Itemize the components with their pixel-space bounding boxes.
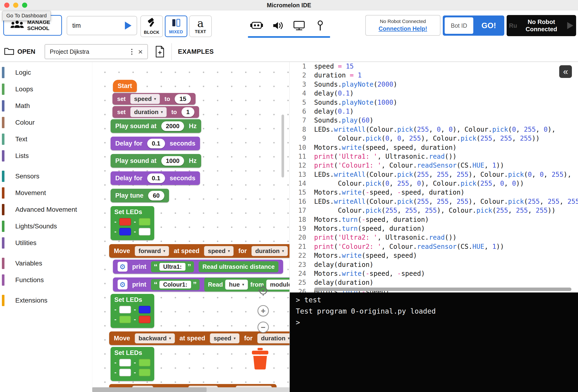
- led-colour-chip[interactable]: [119, 228, 131, 236]
- led-colour-chip[interactable]: [119, 218, 131, 226]
- variable-dropdown[interactable]: speed▾: [130, 94, 160, 104]
- mode-button-text[interactable]: a TEXT: [189, 15, 212, 37]
- text-string-input[interactable]: Ultra1:: [159, 263, 186, 271]
- led-colour-chip[interactable]: [119, 316, 131, 323]
- speaker-button[interactable]: [271, 19, 285, 32]
- number-input[interactable]: 15: [175, 94, 191, 104]
- sidebar-item-extensions[interactable]: Extensions: [2, 294, 92, 307]
- sidebar-item-math[interactable]: Math: [2, 99, 92, 113]
- block-play-sound-2000[interactable]: Play sound at 2000 Hz: [111, 119, 201, 133]
- number-input[interactable]: 0.1: [147, 173, 165, 183]
- tab-close-icon[interactable]: ×: [138, 48, 143, 56]
- mode-button-mixed[interactable]: MIXED: [165, 15, 187, 37]
- read-colour-block[interactable]: Read hue▾ from module 1▾: [204, 278, 289, 292]
- code-line: 17 Colour.pick(255, 255, 255), Colour.pi…: [290, 206, 578, 215]
- project-tab[interactable]: Project Dijkstra ×: [45, 44, 148, 59]
- sidebar-item-text[interactable]: Text: [2, 132, 92, 146]
- block-print-ultra1[interactable]: ⚙ print “ Ultra1: ” Read ultrasonic dist…: [113, 260, 283, 274]
- zoom-in-button[interactable]: +: [258, 305, 269, 316]
- block-move-backward[interactable]: Move backward▾ at speed speed▾ for durat…: [109, 332, 289, 345]
- tab-menu-icon[interactable]: [129, 49, 135, 55]
- block-start[interactable]: Start: [113, 80, 137, 92]
- run-no-robot-button[interactable]: Ru No Robot Connected: [507, 15, 576, 36]
- block-move-forward[interactable]: Move forward▾ at speed speed▾ for durati…: [109, 244, 289, 258]
- led-colour-chip[interactable]: [119, 369, 131, 376]
- block-set-speed[interactable]: set speed▾ to 15: [112, 93, 195, 105]
- console-line: Test program 0-original.py loaded: [296, 306, 572, 317]
- bot-id-input[interactable]: Bot ID: [445, 17, 473, 34]
- led-colour-chip[interactable]: [139, 316, 150, 323]
- canvas-vertical-scrollbar[interactable]: [282, 115, 284, 177]
- sidebar-item-sensors[interactable]: Sensors: [2, 169, 92, 183]
- gear-icon[interactable]: ⚙: [118, 280, 128, 290]
- block-set-leds-3[interactable]: Set LEDs - - - -: [111, 347, 154, 381]
- block-delay-2[interactable]: Delay for 0.1 seconds: [111, 171, 200, 185]
- console[interactable]: > testTest program 0-original.py loaded>: [290, 293, 578, 392]
- zoom-out-button[interactable]: −: [258, 322, 269, 333]
- block-play-sound-1000[interactable]: Play sound at 1000 Hz: [111, 154, 201, 168]
- sidebar-item-logic[interactable]: Logic: [2, 66, 92, 79]
- block-set-duration[interactable]: set duration▾ to 1: [112, 106, 199, 118]
- screen-button[interactable]: [292, 19, 306, 32]
- text-string-block[interactable]: “ Ultra1: ”: [151, 261, 194, 272]
- robot-camera-button[interactable]: [250, 19, 263, 32]
- sidebar-item-utilities[interactable]: Utilities: [2, 236, 92, 250]
- led-colour-chip[interactable]: [119, 359, 131, 366]
- block-canvas[interactable]: Start set speed▾ to 15 set duration▾ to …: [92, 62, 289, 392]
- new-file-button[interactable]: [153, 45, 167, 58]
- sidebar-item-functions[interactable]: Functions: [2, 273, 92, 287]
- sidebar-item-movement[interactable]: Movement: [2, 186, 92, 200]
- module-dropdown[interactable]: module 1▾: [266, 280, 289, 290]
- editor-horizontal-scrollbar[interactable]: [314, 288, 572, 291]
- trash-icon[interactable]: [251, 348, 269, 371]
- led-colour-chip[interactable]: [139, 359, 150, 366]
- number-input[interactable]: 2000: [161, 121, 184, 131]
- variable-dropdown[interactable]: duration▾: [130, 107, 167, 117]
- led-colour-chip[interactable]: [139, 369, 150, 376]
- block-set-leds-2[interactable]: Set LEDs - - - -: [111, 294, 154, 328]
- sidebar-item-colour[interactable]: Colour: [2, 116, 92, 129]
- sidebar-item-lists[interactable]: Lists: [2, 149, 92, 163]
- led-colour-chip[interactable]: [139, 306, 150, 313]
- open-button[interactable]: OPEN: [4, 45, 36, 59]
- read-ultrasonic-block[interactable]: Read ultrasonic distance: [199, 261, 279, 272]
- sidebar-item-variables[interactable]: Variables: [2, 256, 92, 270]
- connection-help-link[interactable]: Connection Help!: [379, 25, 427, 32]
- block-text: seconds: [170, 175, 195, 182]
- number-input[interactable]: 60: [148, 191, 164, 200]
- gear-icon[interactable]: ⚙: [118, 262, 128, 272]
- speed-dropdown[interactable]: speed▾: [204, 246, 234, 256]
- username-input[interactable]: tim: [67, 16, 137, 35]
- text-string-input[interactable]: Colour1:: [159, 281, 191, 289]
- center-view-button[interactable]: [257, 285, 269, 297]
- canvas-horizontal-scrollbar[interactable]: [92, 387, 289, 392]
- submit-username-play-icon[interactable]: [125, 22, 132, 30]
- block-delay-1[interactable]: Delay for 0.1 seconds: [111, 137, 200, 150]
- text-string-block[interactable]: “ Colour1: ”: [151, 279, 199, 290]
- direction-dropdown[interactable]: backward▾: [135, 333, 175, 343]
- sidebar-item-advanced-movement[interactable]: Advanced Movement: [2, 203, 92, 216]
- block-set-leds-1[interactable]: Set LEDs - - - -: [111, 206, 154, 240]
- duration-dropdown[interactable]: duration▾: [257, 333, 289, 343]
- block-play-tune[interactable]: Play tune 60: [111, 189, 169, 202]
- direction-dropdown[interactable]: forward▾: [135, 246, 169, 256]
- duration-dropdown[interactable]: duration▾: [251, 246, 288, 256]
- sidebar-item-loops[interactable]: Loops: [2, 82, 92, 96]
- number-input[interactable]: 0.1: [147, 139, 165, 148]
- number-input[interactable]: 1: [182, 107, 194, 117]
- block-text: Delay for: [115, 175, 143, 182]
- collapse-editor-button[interactable]: «: [559, 65, 572, 78]
- speed-dropdown[interactable]: speed▾: [210, 333, 240, 343]
- led-colour-chip[interactable]: [139, 228, 150, 236]
- mode-button-block[interactable]: BLOCK: [140, 15, 163, 37]
- line-number: 12: [290, 161, 314, 170]
- led-colour-chip[interactable]: [139, 218, 150, 226]
- examples-button[interactable]: EXAMPLES: [178, 41, 214, 62]
- pin-button[interactable]: [313, 19, 327, 32]
- led-colour-chip[interactable]: [119, 306, 131, 313]
- number-input[interactable]: 1000: [161, 156, 184, 166]
- go-button[interactable]: GO!: [475, 21, 502, 30]
- hue-dropdown[interactable]: hue▾: [225, 280, 248, 290]
- sidebar-item-lights-sounds[interactable]: Lights/Sounds: [2, 219, 92, 233]
- code-editor[interactable]: 1speed = 152duration = 13Sounds.playNote…: [290, 62, 578, 293]
